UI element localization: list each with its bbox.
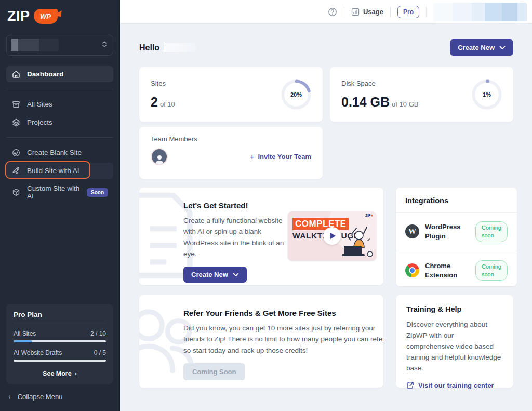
main-area: Usage Pro Hello Create New (120, 0, 532, 411)
integration-chrome-extension[interactable]: Chrome Extension Coming soon (405, 251, 508, 290)
refer-title: Refer Your Friends & Get More Free Sites (183, 309, 376, 317)
integration-name: WordPress Plugin (425, 222, 470, 241)
workspace-name-redacted (11, 39, 59, 51)
layers-icon (11, 118, 20, 127)
stat-suffix: of 10 (160, 100, 175, 108)
thumbnail-zip-logo: ZIP● (365, 214, 373, 217)
wordpress-icon (11, 148, 20, 157)
coming-soon-button: Coming Soon (183, 363, 245, 380)
refer-friends-card: Refer Your Friends & Get More Free Sites… (139, 295, 383, 388)
collapse-menu-button[interactable]: ‹ Collapse Menu (0, 384, 119, 404)
refer-body: Did you know, you can get 10 more sites … (183, 323, 383, 356)
sidebar-item-projects[interactable]: Projects (6, 114, 113, 130)
pro-plan-badge[interactable]: Pro (397, 6, 419, 18)
sidebar-item-all-sites[interactable]: All Sites (6, 96, 113, 112)
usage-chart-icon (351, 8, 360, 16)
donut-percent-label: 1% (472, 79, 502, 110)
user-name-redacted (164, 43, 196, 52)
meter-value: 0 / 5 (94, 349, 106, 356)
team-members-card: Team Members + Invite Your Team (139, 127, 323, 179)
team-members-title: Team Members (151, 135, 311, 143)
invite-label: Invite Your Team (258, 153, 311, 161)
sidebar-nav: Dashboard All Sites Projects (0, 65, 119, 205)
brand-logo-wp-flame-icon: WP (34, 9, 58, 24)
sidebar-item-custom-site-with-ai[interactable]: Custom Site with AI Soon (6, 181, 113, 204)
donut-percent-label: 20% (281, 79, 311, 110)
walkthrough-video-thumbnail[interactable]: WP COMPLETE WALKTHROUGH ZIP● (288, 211, 376, 260)
stat-suffix: of 10 GB (392, 100, 418, 108)
coming-soon-pill: Coming soon (475, 260, 508, 281)
greeting-text: Hello (139, 43, 159, 52)
usage-button[interactable]: Usage (351, 8, 383, 16)
stats-row: Sites 2of 10 20% Disk Space 0.14 (139, 67, 513, 122)
integration-name: Chrome Extension (425, 261, 470, 280)
brand-logo-zip-text: ZIP (7, 8, 30, 24)
thumbnail-person-illustration (337, 225, 375, 260)
sidebar-item-label: Dashboard (27, 70, 64, 78)
home-icon (11, 70, 20, 78)
sites-usage-donut: 20% (281, 79, 311, 110)
bottom-row: Refer Your Friends & Get More Free Sites… (139, 295, 513, 388)
cube-icon (11, 188, 20, 197)
meter-label: All Sites (14, 330, 36, 337)
disk-usage-donut: 1% (472, 79, 502, 110)
workspace-selector[interactable] (6, 35, 113, 56)
page-header: Hello Create New (139, 39, 513, 56)
meter-ai-drafts: AI Website Drafts 0 / 5 (14, 349, 106, 356)
sidebar-divider (6, 137, 113, 138)
play-icon[interactable] (323, 227, 341, 245)
integrations-title: Integrations (405, 196, 508, 212)
topbar: Usage Pro (120, 0, 532, 24)
avatar (151, 148, 168, 165)
integrations-card: Integrations W WordPress Plugin Coming s… (396, 188, 517, 286)
meter-value: 2 / 10 (90, 330, 106, 337)
progress-bar (14, 360, 106, 362)
invite-your-team-link[interactable]: + Invite Your Team (250, 152, 311, 161)
see-more-label: See More (43, 370, 72, 377)
external-link-icon (406, 381, 414, 389)
get-started-title: Let's Get Started! (183, 201, 376, 210)
training-help-card: Training & Help Discover everything abou… (396, 295, 513, 388)
integration-wordpress-plugin[interactable]: W WordPress Plugin Coming soon (405, 213, 508, 251)
usage-label: Usage (363, 8, 383, 16)
collapse-menu-label: Collapse Menu (18, 393, 63, 401)
brand-logo[interactable]: ZIP WP (0, 0, 119, 30)
sidebar-bottom: Pro Plan All Sites 2 / 10 AI Website Dra… (0, 304, 119, 404)
plan-title: Pro Plan (14, 311, 106, 319)
chevron-right-icon: › (75, 370, 77, 377)
training-title: Training & Help (406, 305, 503, 313)
rocket-icon (11, 166, 20, 175)
create-new-button[interactable]: Create New (450, 39, 513, 56)
meter-all-sites: All Sites 2 / 10 (14, 330, 106, 337)
help-icon[interactable] (328, 7, 337, 17)
create-new-label: Create New (458, 44, 495, 51)
sidebar-item-label: Projects (27, 118, 52, 126)
sidebar-item-build-site-with-ai[interactable]: Build Site with AI (6, 163, 113, 179)
app-window: ZIP WP Dashboard All Sites (0, 0, 532, 411)
get-started-body: Create a fully functional website with A… (183, 215, 297, 259)
stat-title: Disk Space (341, 79, 418, 87)
sidebar-item-create-blank-site[interactable]: Create Blank Site (6, 144, 113, 161)
sidebar-item-dashboard[interactable]: Dashboard (6, 66, 113, 82)
chevron-up-down-icon (101, 41, 108, 50)
greeting: Hello (139, 43, 196, 52)
create-new-button-secondary[interactable]: Create New (183, 267, 247, 283)
meter-label: AI Website Drafts (14, 349, 62, 356)
stat-value: 0.14 GBof 10 GB (341, 95, 418, 110)
see-more-link[interactable]: See More› (14, 368, 106, 378)
chevron-left-icon: ‹ (8, 392, 11, 401)
wordpress-icon: W (405, 224, 419, 238)
user-account-redacted[interactable] (433, 3, 527, 21)
disk-space-stat-card: Disk Space 0.14 GBof 10 GB 1% (330, 67, 513, 122)
training-center-link[interactable]: Visit our training center (406, 381, 503, 389)
divider (14, 324, 106, 324)
chrome-icon (405, 263, 419, 277)
coming-soon-pill: Coming soon (475, 221, 508, 242)
create-new-label: Create New (191, 271, 228, 279)
sites-stat-card: Sites 2of 10 20% (139, 67, 323, 122)
progress-fill (14, 340, 32, 342)
divider (344, 7, 344, 17)
chevron-down-icon (499, 46, 506, 50)
sidebar-item-label: Custom Site with AI (27, 184, 80, 200)
chevron-down-icon (233, 273, 239, 277)
